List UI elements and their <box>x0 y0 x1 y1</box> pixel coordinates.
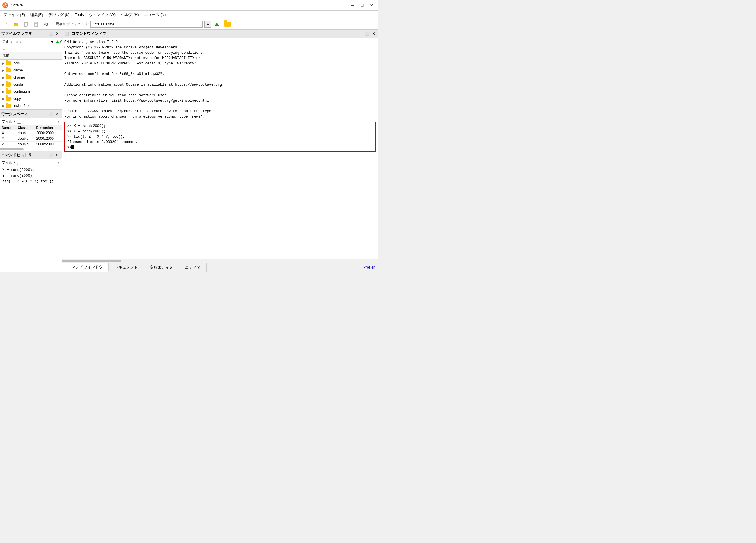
dir-path-dropdown[interactable]: ▼ <box>49 39 55 45</box>
list-item[interactable]: ▶ .insightface <box>0 102 62 109</box>
workspace-filter-bar: フィルタ ▼ <box>0 118 62 125</box>
toolbar-separator <box>52 21 52 27</box>
left-panel: ファイルブラウザ ⬜ ✕ ▼ ⚙ ▲ 名前 <box>0 30 62 271</box>
command-window-content[interactable]: GNU Octave, version 7.2.0 Copyright (C) … <box>62 38 378 259</box>
command-highlight-box: >> X = rand(2000); >> Y = rand(2000); >>… <box>64 122 376 152</box>
expand-icon: ▶ <box>2 90 5 93</box>
table-row[interactable]: Y double 2000x2000 <box>0 136 62 142</box>
sort-arrow[interactable]: ▲ <box>2 47 6 51</box>
open-folder-button[interactable] <box>11 20 21 28</box>
workspace-table: Name Class Dimension X double 2000x2000 … <box>0 125 62 147</box>
dir-path-input[interactable] <box>1 39 48 45</box>
output-line: Octave was configured for "x86_64-w64-mi… <box>64 71 376 77</box>
command-input-line[interactable]: >> <box>67 145 373 150</box>
tab-editor[interactable]: エディタ <box>179 263 207 271</box>
col-header-class: Class <box>16 125 34 130</box>
col-header-dim: Dimension <box>35 125 62 130</box>
paste-button[interactable] <box>31 20 41 28</box>
workspace-panel: ワークスペース ⬜ ✕ フィルタ ▼ Name Class Dimension <box>0 110 62 151</box>
var-class: double <box>16 142 34 147</box>
menu-help[interactable]: ヘルプ (H) <box>118 12 141 18</box>
workspace-scrollbar[interactable] <box>0 147 62 151</box>
workspace-title: ワークスペース <box>1 111 48 117</box>
list-item[interactable]: ▶ .cupy <box>0 95 62 102</box>
copy-button[interactable] <box>21 20 31 28</box>
list-item[interactable]: ▶ .cache <box>0 67 62 74</box>
right-panel: ⬜ コマンドウィンドウ ⬜ ✕ GNU Octave, version 7.2.… <box>62 30 378 271</box>
cmd-maximize[interactable]: ⬜ <box>364 30 370 37</box>
table-row[interactable]: Z double 2000x2000 <box>0 142 62 147</box>
history-close[interactable]: ✕ <box>54 152 61 158</box>
tab-label: 変数エディタ <box>150 265 173 270</box>
expand-icon: ▶ <box>2 69 5 72</box>
undo-button[interactable] <box>41 20 51 28</box>
workspace-filter-checkbox[interactable] <box>17 120 21 124</box>
cmd-close[interactable]: ✕ <box>370 30 377 37</box>
list-item[interactable]: Y = rand(2000); <box>2 173 59 179</box>
dropdown-arrow[interactable]: ▼ <box>57 120 60 123</box>
menu-window[interactable]: ウィンドウ (W) <box>87 12 118 18</box>
table-row[interactable]: X double 2000x2000 <box>0 130 62 136</box>
var-name: Y <box>0 136 16 142</box>
name-column-header: 名前 <box>2 53 9 58</box>
cmd-scrollbar-h[interactable] <box>62 259 378 263</box>
folder-icon <box>6 104 11 108</box>
tab-document[interactable]: ドキュメント <box>109 263 144 271</box>
toolbar: 現在のディレクトリ: <box>0 19 378 30</box>
dir-bar: ▼ ⚙ <box>0 38 62 46</box>
main-content: ファイルブラウザ ⬜ ✕ ▼ ⚙ ▲ 名前 <box>0 30 378 271</box>
list-item[interactable]: ▶ .conda <box>0 81 62 88</box>
list-item[interactable]: ▶ .chainer <box>0 74 62 81</box>
file-browser-section: ファイルブラウザ ⬜ ✕ ▼ ⚙ ▲ 名前 <box>0 30 62 110</box>
cursor <box>71 145 74 149</box>
output-line: Copyright (C) 1993-2022 The Octave Proje… <box>64 45 376 50</box>
list-item[interactable]: X = rand(2000); <box>2 168 59 173</box>
dropdown-arrow[interactable]: ▼ <box>57 161 60 165</box>
browse-folder-button[interactable] <box>223 20 232 28</box>
file-name: .conda <box>12 82 23 87</box>
output-line: For more information, visit https://www.… <box>64 98 376 103</box>
tab-variable-editor[interactable]: 変数エディタ <box>144 263 179 271</box>
menu-debug[interactable]: デバッグ (b) <box>46 12 72 18</box>
file-browser-close[interactable]: ✕ <box>54 30 61 37</box>
maximize-button[interactable]: □ <box>358 2 366 9</box>
history-filter-checkbox[interactable] <box>17 161 21 165</box>
output-line <box>64 103 376 109</box>
file-name: .chainer <box>12 75 25 79</box>
folder-icon <box>6 75 11 79</box>
history-filter-label: フィルタ <box>2 160 16 165</box>
output-line: Read https://www.octave.org/bugs.html to… <box>64 109 376 114</box>
menu-edit[interactable]: 編集(E) <box>28 12 45 18</box>
folder-icon <box>6 61 11 65</box>
output-line: FITNESS FOR A PARTICULAR PURPOSE. For de… <box>64 61 376 66</box>
dir-dropdown[interactable] <box>204 21 211 28</box>
file-browser-restore[interactable]: ⬜ <box>48 30 54 37</box>
menu-tools[interactable]: Tools <box>72 12 86 17</box>
list-item[interactable]: ▶ .continuum <box>0 88 62 95</box>
output-line: There is ABSOLUTELY NO WARRANTY; not eve… <box>64 56 376 61</box>
current-dir-label: 現在のディレクトリ: <box>56 22 89 27</box>
expand-icon: ▶ <box>2 83 5 86</box>
folder-icon <box>6 68 11 72</box>
list-item[interactable]: tic(); Z = X * Y; toc(); <box>2 179 59 184</box>
navigate-up-button[interactable] <box>212 20 222 28</box>
output-line: For information about changes from previ… <box>64 114 376 119</box>
current-dir-input[interactable] <box>90 21 203 28</box>
menu-news[interactable]: ニュース (N) <box>142 12 168 18</box>
history-restore[interactable]: ⬜ <box>48 152 54 158</box>
workspace-close[interactable]: ✕ <box>54 111 61 117</box>
new-file-button[interactable] <box>1 20 11 28</box>
title-bar: Octave ─ □ ✕ <box>0 0 378 11</box>
workspace-restore[interactable]: ⬜ <box>48 111 54 117</box>
file-list-header: 名前 <box>0 52 62 60</box>
command-window-title: コマンドウィンドウ <box>71 31 364 36</box>
cmd-restore[interactable]: ⬜ <box>63 30 70 37</box>
tab-command-window[interactable]: コマンドウィンドウ <box>62 263 109 271</box>
profiler-link[interactable]: Profiler <box>360 265 378 269</box>
minimize-button[interactable]: ─ <box>349 2 357 9</box>
close-button[interactable]: ✕ <box>368 2 376 9</box>
menu-file[interactable]: ファイル (F) <box>1 12 27 18</box>
list-item[interactable]: ▶ .bgis <box>0 60 62 67</box>
dir-up-button[interactable] <box>56 39 59 45</box>
window-title: Octave <box>11 3 349 7</box>
